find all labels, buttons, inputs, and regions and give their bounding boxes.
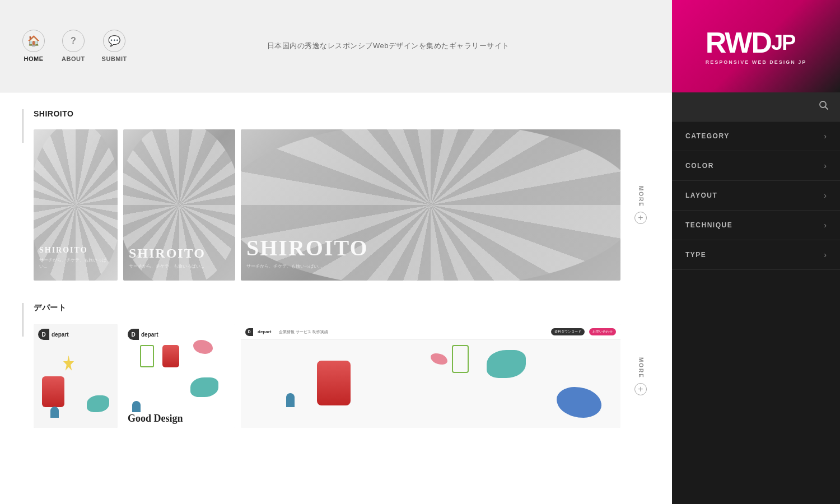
sidebar-category-label: CATEGORY: [685, 132, 730, 140]
shiroito-label-2: SHIROITO: [129, 246, 230, 261]
teal-blob-3: [487, 350, 526, 378]
depart-d-icon-1: D: [38, 329, 49, 340]
sidebar-search: [672, 92, 840, 122]
sidebar-item-layout[interactable]: LAYOUT ›: [672, 181, 840, 211]
shiroito-bg-2: SHIROITO サーチから、チケテ、も旅いっぱい...: [123, 129, 235, 281]
shiroito-more-btn[interactable]: MORE +: [632, 180, 650, 230]
shiroito-sub-3: サーチから、チケテ、も旅いっぱい...: [246, 263, 615, 269]
shiroito-thumb-2[interactable]: SHIROITO サーチから、チケテ、も旅いっぱい...: [123, 129, 235, 281]
depart-nav-name: depart: [258, 329, 271, 334]
depart-navbar: D depart 企業情報 サービス 制作実績 資料ダウンロード お問い合わせ: [241, 324, 620, 340]
depart-nav-btn-1[interactable]: 資料ダウンロード: [551, 328, 585, 335]
sidebar-category-arrow: ›: [824, 132, 827, 141]
person-3: [286, 393, 295, 407]
logo-subtitle: RESPONSIVE WEB DESIGN JP: [706, 59, 807, 65]
depart-header: デパート: [34, 303, 650, 313]
lines-blob-3: [452, 345, 469, 373]
depart-thumb-3[interactable]: D depart 企業情報 サービス 制作実績 資料ダウンロード お問い合わせ: [241, 324, 620, 428]
main-content: SHIROITO SHIROITO サーチから、チケテ、も旅いっぱい...: [0, 92, 672, 504]
lines-shape-2: [140, 345, 154, 367]
search-icon: [819, 100, 829, 110]
depart-nav-btn-2[interactable]: お問い合わせ: [589, 328, 616, 335]
shiroito-overlay-2: SHIROITO サーチから、チケテ、も旅いっぱい...: [129, 246, 230, 269]
shiroito-sub-1: サーチから、チケテ、も旅いっぱい...: [39, 257, 112, 269]
sidebar-color-label: COLOR: [685, 162, 714, 170]
nav-submit[interactable]: 💬 SUBMIT: [102, 30, 127, 62]
nav-submit-label: SUBMIT: [102, 55, 127, 62]
main-area: 🏠 HOME ? ABOUT 💬 SUBMIT 日本国内の秀逸なレスポンシブWe…: [0, 0, 672, 504]
shiroito-more-text: MORE: [638, 186, 644, 207]
sidebar-color-arrow: ›: [824, 161, 827, 170]
logo-jp-text: JP: [771, 32, 795, 53]
nav-about[interactable]: ? ABOUT: [62, 30, 85, 62]
shiroito-thumb-1[interactable]: SHIROITO サーチから、チケテ、も旅いっぱい...: [34, 129, 118, 281]
depart-brand-name-1: depart: [52, 332, 69, 338]
sidebar-item-color[interactable]: COLOR ›: [672, 151, 840, 181]
blue-blob-3: [557, 387, 601, 418]
nav-home[interactable]: 🏠 HOME: [22, 30, 45, 62]
depart-d-icon-2: D: [128, 329, 139, 340]
depart-brand-1: D depart: [38, 329, 69, 340]
depart-more-circle[interactable]: +: [634, 383, 647, 395]
sidebar-layout-arrow: ›: [824, 191, 827, 200]
sidebar-type-arrow: ›: [824, 250, 827, 259]
good-design-label: Good Design: [123, 409, 235, 428]
search-button[interactable]: [819, 100, 829, 113]
home-icon: 🏠: [22, 30, 45, 52]
pink-blob-3: [431, 353, 447, 365]
yellow-star-1: [63, 356, 74, 372]
shiroito-images: SHIROITO サーチから、チケテ、も旅いっぱい... SHIROITO サー…: [34, 129, 620, 281]
shiroito-label-3: SHIROITO: [246, 235, 615, 261]
depart-title: デパート: [34, 303, 66, 313]
sidebar-item-technique[interactable]: TECHNIQUE ›: [672, 211, 840, 240]
depart-brand-2: D depart: [128, 329, 158, 340]
sidebar-nav: CATEGORY › COLOR › LAYOUT › TECHNIQUE › …: [672, 122, 840, 504]
logo-rwd: RWD JP: [706, 28, 807, 57]
left-accent-bar-2: [22, 303, 24, 337]
sidebar-layout-label: LAYOUT: [685, 192, 717, 199]
depart-more-btn[interactable]: MORE +: [632, 352, 650, 401]
shiroito-bg-3: SHIROITO サーチから、チケテ、も旅いっぱい...: [241, 129, 620, 281]
logo-rwd-text: RWD: [706, 28, 771, 57]
pink-shape-2: [193, 340, 213, 354]
teal-shape-2: [190, 377, 218, 397]
section-shiroito: SHIROITO SHIROITO サーチから、チケテ、も旅いっぱい...: [34, 109, 650, 281]
red-shape-1: [42, 376, 64, 407]
red-cyl-3: [317, 361, 351, 405]
nav-about-label: ABOUT: [62, 55, 85, 62]
about-icon: ?: [62, 30, 85, 52]
sidebar-type-label: TYPE: [685, 251, 706, 259]
sidebar-technique-label: TECHNIQUE: [685, 221, 732, 229]
right-sidebar: RWD JP RESPONSIVE WEB DESIGN JP CATEGORY…: [672, 0, 840, 504]
shiroito-overlay-3: SHIROITO サーチから、チケテ、も旅いっぱい...: [246, 235, 615, 269]
sidebar-item-category[interactable]: CATEGORY ›: [672, 122, 840, 151]
shiroito-more-circle[interactable]: +: [634, 212, 647, 224]
shiroito-label-1: SHIROITO: [39, 246, 112, 255]
svg-line-1: [825, 107, 828, 110]
sidebar-logo: RWD JP RESPONSIVE WEB DESIGN JP: [672, 0, 840, 92]
section-depart: デパート D depart: [34, 303, 650, 428]
shiroito-overlay-1: SHIROITO サーチから、チケテ、も旅いっぱい...: [39, 246, 112, 269]
depart-gallery-row: D depart D: [34, 324, 650, 428]
nav-home-label: HOME: [24, 55, 44, 62]
shiroito-gallery-row: SHIROITO サーチから、チケテ、も旅いっぱい... SHIROITO サー…: [34, 129, 650, 281]
logo-content: RWD JP RESPONSIVE WEB DESIGN JP: [706, 28, 807, 65]
depart-nav-links: 企業情報 サービス 制作実績: [279, 329, 328, 335]
shiroito-title: SHIROITO: [34, 109, 73, 118]
person-shape-1: [50, 407, 59, 418]
site-tagline: 日本国内の秀逸なレスポンシブWebデザインを集めたギャラリーサイト: [127, 41, 650, 51]
red-shape-2: [162, 345, 179, 367]
depart-d-icon-3: D: [245, 328, 253, 336]
sidebar-technique-arrow: ›: [824, 221, 827, 230]
site-header: 🏠 HOME ? ABOUT 💬 SUBMIT 日本国内の秀逸なレスポンシブWe…: [0, 0, 672, 92]
shiroito-thumb-3[interactable]: SHIROITO サーチから、チケテ、も旅いっぱい...: [241, 129, 620, 281]
depart-thumb-2[interactable]: D depart Good Design: [123, 324, 235, 428]
main-nav: 🏠 HOME ? ABOUT 💬 SUBMIT: [22, 30, 127, 62]
depart-more-text: MORE: [638, 357, 644, 379]
depart-brand-name-2: depart: [141, 332, 158, 338]
shiroito-sub-2: サーチから、チケテ、も旅いっぱい...: [129, 263, 230, 269]
shiroito-header: SHIROITO: [34, 109, 650, 118]
depart-thumb-1[interactable]: D depart: [34, 324, 118, 428]
sidebar-item-type[interactable]: TYPE ›: [672, 240, 840, 270]
depart-images: D depart D: [34, 324, 620, 428]
